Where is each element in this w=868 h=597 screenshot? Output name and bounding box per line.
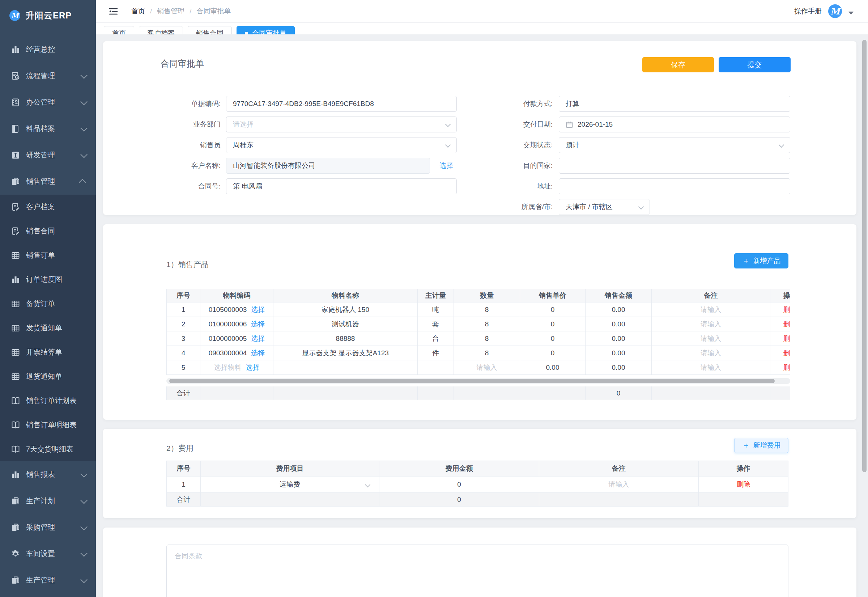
sidebar-item-10[interactable]: 备货订单 [0,292,96,316]
sidebar-item-3[interactable]: 料品档案 [0,116,96,142]
field-input[interactable] [559,158,790,174]
tab-1[interactable]: 客户档案 [139,26,183,34]
field-select[interactable]: 预计 [559,137,790,153]
field-input[interactable]: 第 电风扇 [226,178,457,194]
material-code-value: 0105000003 [209,306,247,314]
field-select[interactable]: 天津市 / 市辖区 [559,199,650,215]
sidebar-item-20[interactable]: 车间设置 [0,541,96,567]
tab-0[interactable]: 首页 [104,26,134,34]
cell-remark[interactable]: 请输入 [652,331,770,346]
cell-material-code[interactable]: 0100000005选择 [200,331,273,346]
sidebar-item-label: 发货通知单 [26,323,86,333]
sidebar-item-4[interactable]: 研发管理 [0,142,96,168]
sidebar-item-5[interactable]: 销售管理 [0,168,96,195]
sidebar-item-label: 客户档案 [26,202,86,212]
cell-material-code[interactable]: 0100000006选择 [200,317,273,331]
delete-link[interactable]: 删除 [784,305,791,315]
sidebar-item-12[interactable]: 开票结算单 [0,340,96,364]
page-title: 合同审批单 [161,58,204,70]
field-input[interactable]: 9770CA17-3497-4DB2-995E-B49E9CF61BD8 [226,96,457,112]
cell-qty[interactable]: 8 [454,331,520,346]
cell-material-code[interactable]: 0105000003选择 [200,303,273,317]
chevron-down-icon [779,142,785,148]
field-input[interactable]: 打算 [559,96,790,112]
cell-remark[interactable]: 请输入 [652,360,770,375]
sidebar-item-9[interactable]: 订单进度图 [0,267,96,292]
add-product-button[interactable]: ＋新增产品 [734,253,788,269]
delete-link[interactable]: 删除 [784,319,791,329]
sidebar-item-8[interactable]: 销售订单 [0,243,96,267]
field-select[interactable]: 请选择 [226,116,457,132]
horizontal-scrollbar[interactable] [166,378,790,384]
sidebar-item-1[interactable]: 流程管理 [0,62,96,89]
save-button[interactable]: 保存 [642,57,714,72]
delete-link[interactable]: 删除 [784,334,791,343]
cell-fee-item-select[interactable]: 运输费 [201,477,379,493]
sidebar-item-21[interactable]: 生产管理 [0,567,96,593]
avatar[interactable]: M [828,4,842,18]
cell-price[interactable]: 0 [520,317,585,331]
field-date-input[interactable]: 2026-01-15 [559,116,790,132]
manual-link[interactable]: 操作手册 [794,6,822,16]
delete-link[interactable]: 删除 [737,480,751,489]
cell-seq: 1 [166,303,200,317]
sidebar-item-22[interactable]: 加工车间 [0,593,96,597]
pick-material-link[interactable]: 选择 [251,334,265,343]
cell-material-code[interactable]: 选择物料选择 [200,360,273,375]
cell-fee-amount[interactable]: 0 [379,477,539,493]
sidebar-item-label: 开票结算单 [26,348,86,357]
sidebar-item-13[interactable]: 退货通知单 [0,364,96,389]
sidebar-item-11[interactable]: 发货通知单 [0,316,96,340]
breadcrumb-separator: / [190,7,191,15]
footer-cell [699,493,788,506]
cell-qty[interactable]: 8 [454,317,520,331]
contract-terms-textarea[interactable] [166,545,788,597]
cell-qty[interactable]: 8 [454,346,520,360]
tab-2[interactable]: 销售合同 [188,26,232,34]
cell-qty[interactable]: 8 [454,303,520,317]
cell-price[interactable]: 0 [520,346,585,360]
submit-button[interactable]: 提交 [718,57,791,72]
cell-remark[interactable]: 请输入 [652,303,770,317]
sidebar-item-label: 办公管理 [26,97,81,107]
cell-remark[interactable]: 请输入 [652,317,770,331]
sidebar-item-15[interactable]: 销售订单明细表 [0,413,96,437]
sidebar-item-6[interactable]: 客户档案 [0,195,96,219]
pages-icon [11,177,20,186]
pick-material-link[interactable]: 选择 [251,348,265,358]
breadcrumb-item-0[interactable]: 首页 [131,6,145,16]
add-fee-button[interactable]: ＋新增费用 [734,438,788,453]
pick-customer-link[interactable]: 选择 [440,161,453,171]
products-table-footer: 合计0 [166,386,790,400]
delete-link[interactable]: 删除 [784,348,791,358]
sidebar-item-7[interactable]: 销售合同 [0,219,96,243]
column-header: 序号 [166,460,201,477]
menu-fold-icon[interactable] [108,6,118,16]
cell-remark[interactable]: 请输入 [652,346,770,360]
column-header: 费用项目 [201,460,379,477]
field-readonly-input[interactable]: 山河智能装备股份有限公司 [226,158,430,174]
table-row: 10105000003选择家庭机器人 150吨800.00请输入删除 [166,303,790,317]
cell-price[interactable]: 0 [520,331,585,346]
pick-material-link[interactable]: 选择 [251,305,265,315]
sidebar-item-16[interactable]: 7天交货明细表 [0,437,96,461]
sidebar-item-14[interactable]: 销售订单计划表 [0,389,96,413]
pick-material-link[interactable]: 选择 [251,319,265,329]
cell-price[interactable]: 0 [520,303,585,317]
field-select[interactable]: 周桂东 [226,137,457,153]
sidebar-item-19[interactable]: 采购管理 [0,514,96,541]
cell-price[interactable]: 0.00 [520,360,585,375]
cell-remark[interactable]: 请输入 [539,477,699,493]
tab-3[interactable]: 合同审批单 [237,26,295,34]
sidebar-item-18[interactable]: 生产计划 [0,488,96,514]
cell-qty[interactable]: 请输入 [454,360,520,375]
sidebar-item-17[interactable]: 销售报表 [0,461,96,488]
sidebar-item-0[interactable]: 经营总控 [0,36,96,62]
sidebar-item-2[interactable]: 办公管理 [0,89,96,116]
field-input[interactable] [559,178,790,194]
chevron-down-icon[interactable] [849,12,853,15]
cell-material-code[interactable]: 0903000004选择 [200,346,273,360]
delete-link[interactable]: 删除 [784,363,791,372]
pick-material-link[interactable]: 选择 [246,363,260,372]
vertical-scrollbar[interactable] [862,39,867,592]
